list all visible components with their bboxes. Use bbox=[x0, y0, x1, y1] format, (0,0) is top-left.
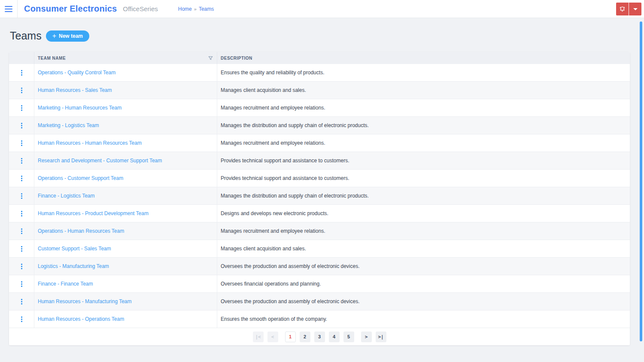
description-header-label: DESCRIPTION bbox=[221, 56, 252, 61]
table-row[interactable]: Marketing - Human Resources Team Manages… bbox=[9, 99, 630, 117]
kebab-menu-icon[interactable] bbox=[19, 103, 24, 113]
breadcrumb-current-link[interactable]: Teams bbox=[199, 6, 214, 12]
row-actions-cell bbox=[9, 310, 34, 328]
kebab-menu-icon[interactable] bbox=[19, 139, 24, 148]
row-actions-cell bbox=[9, 99, 34, 116]
team-name-link[interactable]: Human Resources - Sales Team bbox=[34, 87, 112, 93]
row-actions-cell bbox=[9, 205, 34, 222]
row-description-cell: Designs and develops new electronic prod… bbox=[217, 205, 630, 222]
table-row[interactable]: Human Resources - Operations Team Ensure… bbox=[9, 310, 630, 328]
page-number-button[interactable]: 1 bbox=[285, 332, 296, 342]
row-description-cell: Oversees financial operations and planni… bbox=[217, 275, 630, 292]
kebab-menu-icon[interactable] bbox=[19, 86, 24, 95]
table-row[interactable]: Human Resources - Manufacturing Team Ove… bbox=[9, 293, 630, 310]
team-name-link[interactable]: Finance - Logistics Team bbox=[34, 193, 95, 199]
kebab-menu-icon[interactable] bbox=[19, 315, 24, 324]
page-number-button[interactable]: 2 bbox=[300, 332, 310, 342]
new-team-button[interactable]: + New team bbox=[46, 30, 89, 42]
table-row[interactable]: Marketing - Logistics Team Manages the d… bbox=[9, 117, 630, 134]
table-row[interactable]: Human Resources - Product Development Te… bbox=[9, 205, 630, 222]
team-name-link[interactable]: Marketing - Human Resources Team bbox=[34, 105, 122, 111]
kebab-menu-icon[interactable] bbox=[19, 262, 24, 271]
kebab-menu-icon[interactable] bbox=[19, 297, 24, 306]
table-header-row: TEAM NAME DESCRIPTION bbox=[9, 52, 630, 64]
row-name-cell: Marketing - Human Resources Team bbox=[34, 99, 217, 116]
team-name-link[interactable]: Operations - Human Resources Team bbox=[34, 228, 124, 234]
team-description: Manages recruitment and employee relatio… bbox=[217, 140, 325, 146]
plus-icon: + bbox=[52, 33, 56, 40]
row-name-cell: Operations - Human Resources Team bbox=[34, 222, 217, 240]
row-name-cell: Finance - Logistics Team bbox=[34, 187, 217, 204]
table-row[interactable]: Human Resources - Human Resources Team M… bbox=[9, 134, 630, 152]
team-name-link[interactable]: Human Resources - Operations Team bbox=[34, 316, 124, 322]
page-number-button[interactable]: 5 bbox=[343, 332, 354, 342]
kebab-menu-icon[interactable] bbox=[19, 156, 24, 165]
page-number-button[interactable]: 4 bbox=[329, 332, 340, 342]
row-name-cell: Human Resources - Human Resources Team bbox=[34, 134, 217, 152]
row-name-cell: Marketing - Logistics Team bbox=[34, 117, 217, 134]
row-actions-cell bbox=[9, 187, 34, 204]
team-name-link[interactable]: Human Resources - Manufacturing Team bbox=[34, 298, 132, 304]
header-dropdown-button[interactable] bbox=[629, 3, 641, 15]
table-row[interactable]: Human Resources - Sales Team Manages cli… bbox=[9, 82, 630, 99]
row-name-cell: Human Resources - Operations Team bbox=[34, 310, 217, 328]
first-page-button[interactable]: |< bbox=[253, 332, 264, 342]
table-row[interactable]: Finance - Finance Team Oversees financia… bbox=[9, 275, 630, 293]
table-row[interactable]: Logistics - Manufacturing Team Oversees … bbox=[9, 258, 630, 275]
row-description-cell: Ensures the quality and reliability of p… bbox=[217, 64, 630, 81]
brand-title: Consumer Electronics bbox=[24, 4, 117, 14]
table-row[interactable]: Finance - Logistics Team Manages the dis… bbox=[9, 187, 630, 205]
title-row: Teams + New team bbox=[9, 30, 630, 42]
team-name-link[interactable]: Operations - Quality Control Team bbox=[34, 70, 115, 76]
team-description: Provides technical support and assistanc… bbox=[217, 175, 349, 181]
kebab-menu-icon[interactable] bbox=[19, 192, 24, 201]
team-description: Manages the distribution and supply chai… bbox=[217, 122, 369, 128]
kebab-menu-icon[interactable] bbox=[19, 280, 24, 289]
row-name-cell: Operations - Quality Control Team bbox=[34, 64, 217, 81]
hamburger-menu-icon[interactable] bbox=[0, 0, 17, 18]
next-page-button[interactable]: > bbox=[361, 332, 372, 342]
actions-column-header bbox=[9, 52, 34, 64]
team-name-link[interactable]: Finance - Finance Team bbox=[34, 281, 93, 287]
team-name-link[interactable]: Customer Support - Sales Team bbox=[34, 246, 111, 252]
kebab-menu-icon[interactable] bbox=[19, 244, 24, 253]
table-row[interactable]: Operations - Human Resources Team Manage… bbox=[9, 222, 630, 240]
kebab-menu-icon[interactable] bbox=[19, 227, 24, 236]
page-title: Teams bbox=[10, 30, 42, 42]
team-name-link[interactable]: Human Resources - Human Resources Team bbox=[34, 140, 142, 146]
breadcrumb: Home » Teams bbox=[178, 6, 214, 12]
last-page-button[interactable]: >| bbox=[376, 332, 386, 342]
row-description-cell: Manages client acquisition and sales. bbox=[217, 82, 630, 99]
table-row[interactable]: Research and Development - Customer Supp… bbox=[9, 152, 630, 170]
table-row[interactable]: Operations - Customer Support Team Provi… bbox=[9, 170, 630, 187]
breadcrumb-separator: » bbox=[194, 6, 197, 12]
prev-page-button[interactable]: < bbox=[267, 332, 278, 342]
top-header-bar: Consumer Electronics OfficeSeries Home »… bbox=[0, 0, 644, 18]
row-actions-cell bbox=[9, 64, 34, 81]
team-name-link[interactable]: Human Resources - Product Development Te… bbox=[34, 210, 149, 216]
breadcrumb-home-link[interactable]: Home bbox=[178, 6, 192, 12]
header-divider bbox=[17, 0, 18, 18]
row-description-cell: Manages recruitment and employee relatio… bbox=[217, 99, 630, 116]
kebab-menu-icon[interactable] bbox=[19, 174, 24, 183]
kebab-menu-icon[interactable] bbox=[19, 121, 24, 130]
suite-name: OfficeSeries bbox=[123, 5, 158, 12]
team-name-link[interactable]: Research and Development - Customer Supp… bbox=[34, 158, 162, 164]
notifications-button[interactable] bbox=[616, 3, 629, 15]
kebab-menu-icon[interactable] bbox=[19, 68, 24, 77]
table-row[interactable]: Operations - Quality Control Team Ensure… bbox=[9, 64, 630, 82]
team-name-link[interactable]: Logistics - Manufacturing Team bbox=[34, 263, 109, 269]
page-number-buttons: 12345 bbox=[285, 332, 354, 342]
table-row[interactable]: Customer Support - Sales Team Manages cl… bbox=[9, 240, 630, 258]
team-description: Manages the distribution and supply chai… bbox=[217, 193, 369, 199]
vertical-scrollbar-thumb[interactable] bbox=[640, 21, 642, 341]
team-name-link[interactable]: Operations - Customer Support Team bbox=[34, 175, 123, 181]
main-content: Teams + New team TEAM NAME DESCRIPTION bbox=[0, 30, 644, 345]
kebab-menu-icon[interactable] bbox=[19, 209, 24, 218]
filter-icon[interactable] bbox=[208, 55, 213, 61]
row-actions-cell bbox=[9, 222, 34, 240]
row-actions-cell bbox=[9, 82, 34, 99]
page-number-button[interactable]: 3 bbox=[314, 332, 325, 342]
team-name-link[interactable]: Marketing - Logistics Team bbox=[34, 122, 99, 128]
header-actions bbox=[616, 3, 641, 15]
